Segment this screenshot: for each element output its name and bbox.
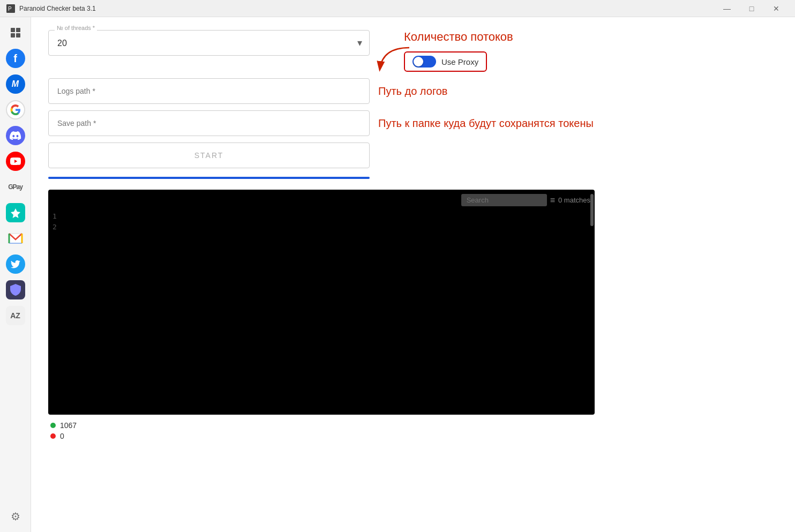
log-line-numbers: 1 2 (52, 211, 57, 232)
meta-icon: M (6, 74, 25, 94)
annotation-area: Количество потоков Use Proxy (382, 30, 778, 72)
close-button[interactable]: ✕ (764, 0, 789, 17)
gpay-icon: GPay (8, 183, 22, 191)
save-annotation-text: Путь к папке куда будут сохранятся токен… (378, 117, 594, 130)
sidebar-item-gmail[interactable] (4, 227, 27, 250)
toggle-thumb (414, 57, 423, 66)
app-title: Paranoid Checker beta 3.1 (19, 5, 715, 12)
facebook-icon: f (6, 49, 25, 68)
window-controls: — □ ✕ (715, 0, 789, 17)
sidebar-item-az[interactable]: AZ (4, 304, 27, 327)
status-dot-red (50, 433, 56, 439)
log-search-input[interactable] (461, 194, 547, 206)
twitter-icon (6, 254, 25, 274)
sidebar-item-settings[interactable]: ⚙ (4, 505, 27, 528)
status-success-value: 1067 (60, 421, 77, 430)
log-matches-text: 0 matches (558, 196, 590, 204)
log-search-bar: ≡ 0 matches (461, 194, 590, 206)
youtube-icon (6, 152, 25, 171)
sidebar-item-grid[interactable] (4, 21, 27, 44)
grid-icon (11, 28, 20, 38)
minimize-button[interactable]: — (715, 0, 739, 17)
status-item-success: 1067 (50, 421, 778, 430)
threads-container: № of threads * 20 1 5 10 50 100 ▾ (48, 30, 370, 56)
row-save: Путь к папке куда будут сохранятся токен… (48, 110, 778, 136)
status-error-value: 0 (60, 432, 64, 440)
gmail-icon (6, 229, 25, 248)
proxy-label: Use Proxy (441, 57, 478, 66)
sidebar-item-airlab[interactable] (4, 201, 27, 224)
sidebar-item-youtube[interactable] (4, 150, 27, 173)
save-path-input[interactable] (48, 110, 370, 136)
status-bar: 1067 0 (48, 421, 778, 440)
sidebar-item-gpay[interactable]: GPay (4, 176, 27, 198)
app-icon: P (6, 4, 15, 13)
use-proxy-toggle[interactable] (412, 56, 436, 68)
shield-icon (6, 280, 25, 299)
progress-bar (48, 177, 370, 179)
google-icon (6, 100, 25, 119)
discord-icon (6, 126, 25, 145)
progress-bar-fill (48, 177, 370, 179)
log-line-2: 2 (52, 222, 57, 233)
threads-annotation-text: Количество потоков (404, 30, 513, 44)
log-area: ≡ 0 matches 1 2 (48, 190, 595, 415)
log-scrollbar[interactable] (590, 194, 594, 226)
app-body: f M (0, 17, 795, 532)
proxy-container: Use Proxy (404, 51, 487, 72)
start-button[interactable]: START (48, 143, 370, 168)
log-menu-icon[interactable]: ≡ (550, 196, 555, 205)
logs-annotation-text: Путь до логов (378, 85, 447, 98)
sidebar: f M (0, 17, 31, 532)
row-logs: Путь до логов (48, 78, 778, 104)
sidebar-item-discord[interactable] (4, 124, 27, 147)
form-area: № of threads * 20 1 5 10 50 100 ▾ (48, 30, 778, 179)
row-threads: № of threads * 20 1 5 10 50 100 ▾ (48, 30, 778, 72)
log-line-1: 1 (52, 211, 57, 222)
az-icon: AZ (6, 306, 25, 325)
maximize-button[interactable]: □ (739, 0, 764, 17)
sidebar-item-shield[interactable] (4, 279, 27, 301)
status-item-error: 0 (50, 432, 778, 440)
titlebar: P Paranoid Checker beta 3.1 — □ ✕ (0, 0, 795, 17)
sidebar-item-facebook[interactable]: f (4, 47, 27, 70)
sidebar-item-twitter[interactable] (4, 253, 27, 275)
gear-icon: ⚙ (6, 507, 25, 526)
logs-path-input[interactable] (48, 78, 370, 104)
main-content: № of threads * 20 1 5 10 50 100 ▾ (31, 17, 795, 532)
annotation-arrow-icon (372, 45, 415, 77)
threads-label: № of threads * (55, 25, 97, 31)
threads-select[interactable]: 20 1 5 10 50 100 (48, 30, 370, 56)
sidebar-item-google[interactable] (4, 99, 27, 121)
svg-text:P: P (8, 6, 12, 12)
airlab-icon (6, 203, 25, 222)
sidebar-item-meta[interactable]: M (4, 73, 27, 95)
status-dot-green (50, 423, 56, 428)
